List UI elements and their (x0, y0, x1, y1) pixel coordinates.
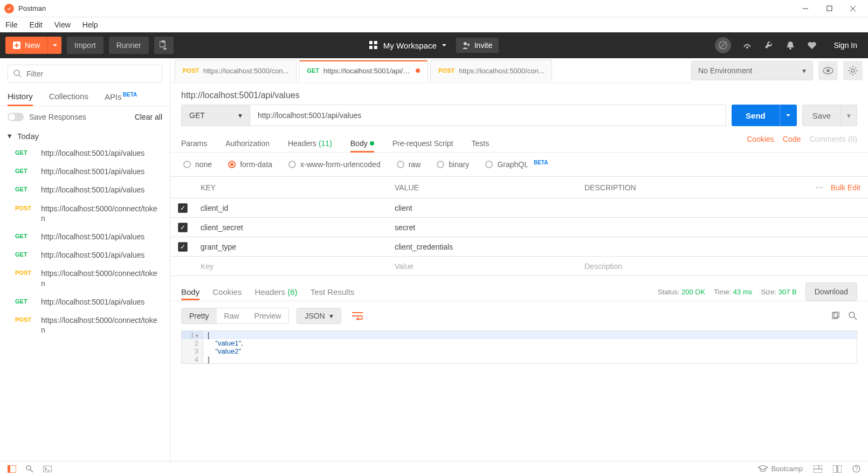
import-button[interactable]: Import (67, 37, 104, 54)
bodytype-none[interactable]: none (183, 160, 212, 169)
new-button[interactable]: New (5, 37, 47, 54)
history-item[interactable]: POSThttps://localhost:5000/connect/token (0, 199, 170, 227)
bodytype-graphql[interactable]: GraphQLBETA (485, 160, 548, 169)
environment-selector[interactable]: No Environment ▾ (691, 61, 813, 80)
subtab-headers[interactable]: Headers (11) (288, 135, 332, 152)
wrap-lines-button[interactable] (349, 308, 366, 324)
filter-input[interactable] (8, 65, 162, 83)
copy-icon[interactable] (831, 312, 840, 320)
comments-link[interactable]: Comments (0) (809, 135, 857, 152)
wrench-icon[interactable] (763, 40, 774, 51)
sidebar-tab-apis[interactable]: APIsBETA (105, 87, 137, 106)
new-dropdown[interactable] (47, 37, 61, 54)
menu-edit[interactable]: Edit (30, 20, 43, 29)
bell-icon[interactable] (785, 40, 796, 51)
subtab-auth[interactable]: Authorization (225, 135, 270, 152)
console-icon[interactable] (43, 466, 52, 472)
save-button[interactable]: Save (802, 105, 841, 126)
send-dropdown[interactable] (780, 105, 797, 126)
method-selector[interactable]: GET ▾ (181, 105, 250, 126)
minimize-icon[interactable] (801, 4, 810, 13)
history-item[interactable]: GEThttp://localhost:5001/api/values (0, 162, 170, 181)
close-icon[interactable] (849, 4, 857, 13)
subtab-tests[interactable]: Tests (472, 135, 490, 152)
bulk-edit-button[interactable]: Bulk Edit (831, 183, 860, 192)
maximize-icon[interactable] (825, 4, 833, 13)
checkbox[interactable]: ✓ (178, 223, 188, 232)
help-icon[interactable]: ? (852, 465, 860, 473)
kv-row[interactable]: ✓ client_id client (170, 198, 868, 218)
workspace-selector[interactable]: My Workspace (369, 41, 446, 50)
sidebar-tab-history[interactable]: History (8, 87, 33, 106)
filter-field[interactable] (26, 70, 156, 78)
runner-button[interactable]: Runner (109, 37, 149, 54)
history-item[interactable]: POSThttps://localhost:5000/connect/token (0, 311, 170, 339)
save-dropdown[interactable]: ▾ (841, 105, 857, 126)
subtab-body[interactable]: Body (350, 135, 374, 152)
kv-key[interactable]: client_secret (195, 223, 389, 232)
menu-file[interactable]: File (5, 20, 18, 29)
env-preview-button[interactable] (818, 61, 838, 80)
kv-value[interactable]: secret (389, 223, 579, 232)
kv-key[interactable]: grant_type (195, 243, 389, 251)
request-tab[interactable]: POSThttps://localhost:5000/con... (430, 60, 552, 81)
history-item[interactable]: POSThttps://localhost:5000/connect/token (0, 264, 170, 292)
history-item[interactable]: GEThttp://localhost:5001/api/values (0, 227, 170, 246)
bootcamp-button[interactable]: Bootcamp (758, 465, 803, 473)
resp-tab-cookies[interactable]: Cookies (212, 284, 242, 300)
resp-tab-tests[interactable]: Test Results (311, 284, 355, 300)
col-key: KEY (195, 183, 389, 192)
download-button[interactable]: Download (805, 282, 857, 301)
history-item[interactable]: GEThttp://localhost:5001/api/values (0, 144, 170, 162)
invite-button[interactable]: Invite (456, 38, 499, 53)
resp-tab-headers[interactable]: Headers (6) (254, 284, 297, 300)
layout-builder-icon[interactable] (814, 465, 822, 473)
request-tab[interactable]: POSThttps://localhost:5000/con... (175, 60, 297, 81)
url-input[interactable] (250, 105, 726, 126)
checkbox[interactable]: ✓ (178, 242, 188, 252)
view-pretty[interactable]: Pretty (182, 308, 217, 323)
two-pane-icon[interactable] (833, 465, 842, 473)
response-body[interactable]: 1[2 "value1",3 "value2"4] (181, 330, 857, 364)
signin-button[interactable]: Sign In (828, 38, 863, 53)
view-preview[interactable]: Preview (247, 308, 289, 323)
history-section-today[interactable]: ▾ Today (0, 128, 170, 144)
more-icon[interactable]: ⋯ (816, 183, 823, 192)
bodytype-formdata[interactable]: form-data (228, 160, 272, 169)
heart-icon[interactable] (807, 40, 817, 51)
checkbox[interactable]: ✓ (178, 203, 188, 213)
kv-row[interactable]: ✓ grant_type client_credentials (170, 237, 868, 257)
request-tab[interactable]: GEThttps://localhost:5001/api/v... (299, 60, 428, 81)
cookies-link[interactable]: Cookies (747, 135, 774, 152)
find-icon[interactable] (26, 465, 33, 473)
kv-key[interactable]: client_id (195, 204, 389, 212)
bodytype-xwww[interactable]: x-www-form-urlencoded (288, 160, 381, 169)
open-new-button[interactable] (154, 37, 174, 54)
subtab-prereq[interactable]: Pre-request Script (392, 135, 453, 152)
save-responses-toggle[interactable] (8, 113, 24, 121)
history-item[interactable]: GEThttp://localhost:5001/api/values (0, 293, 170, 311)
kv-value[interactable]: client (389, 204, 579, 212)
sidebar-toggle-icon[interactable] (8, 465, 16, 473)
env-settings-button[interactable] (843, 61, 863, 80)
code-link[interactable]: Code (783, 135, 801, 152)
sidebar-tab-collections[interactable]: Collections (49, 87, 88, 106)
resp-tab-body[interactable]: Body (181, 284, 199, 300)
sync-off-icon[interactable] (715, 37, 731, 53)
subtab-params[interactable]: Params (181, 135, 207, 152)
bodytype-raw[interactable]: raw (397, 160, 421, 169)
history-item[interactable]: GEThttp://localhost:5001/api/values (0, 181, 170, 199)
history-item[interactable]: GEThttp://localhost:5001/api/values (0, 246, 170, 264)
satellite-icon[interactable] (742, 40, 753, 51)
clear-all-button[interactable]: Clear all (135, 113, 162, 121)
menu-help[interactable]: Help (82, 20, 98, 29)
menu-view[interactable]: View (54, 20, 71, 29)
bodytype-binary[interactable]: binary (437, 160, 469, 169)
kv-row-placeholder[interactable]: Key Value Description (170, 257, 868, 276)
kv-value[interactable]: client_credentials (389, 243, 579, 251)
send-button[interactable]: Send (732, 105, 780, 126)
search-response-icon[interactable] (849, 312, 857, 320)
kv-row[interactable]: ✓ client_secret secret (170, 218, 868, 237)
view-raw[interactable]: Raw (217, 308, 247, 323)
format-selector[interactable]: JSON ▾ (297, 308, 341, 324)
